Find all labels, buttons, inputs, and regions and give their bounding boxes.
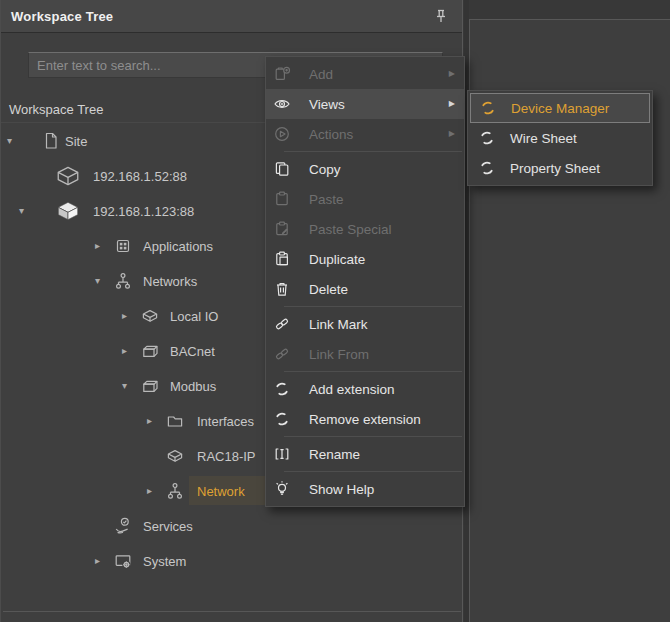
menu-item-label: Remove extension [309, 412, 421, 427]
tree-item-label: Modbus [170, 378, 216, 393]
protocol-folder-icon [140, 376, 160, 396]
panel-title: Workspace Tree [11, 9, 113, 24]
extension-spinner-icon [273, 410, 293, 428]
link-mark-icon [273, 315, 293, 333]
menu-item-label: Copy [309, 162, 341, 177]
expanded-arrow-icon[interactable]: ▾ [7, 136, 12, 146]
menu-item-copy[interactable]: Copy [266, 154, 464, 184]
menu-separator [284, 436, 462, 437]
paste-special-icon [273, 220, 293, 238]
menu-item-show-help[interactable]: Show Help [266, 474, 464, 504]
services-hand-check-icon [113, 516, 133, 536]
views-eye-icon [273, 95, 293, 113]
tree-item-label: 192.168.1.52:88 [93, 168, 187, 183]
actions-play-icon [273, 125, 293, 143]
menu-item-link-mark[interactable]: Link Mark [266, 309, 464, 339]
delete-trash-icon [273, 280, 293, 298]
menu-item-label: Link Mark [309, 317, 368, 332]
menu-item-link-from: Link From [266, 339, 464, 369]
tree-item-label: Networks [143, 273, 197, 288]
submenu-item-label: Wire Sheet [510, 131, 577, 146]
submenu-item-label: Device Manager [511, 101, 609, 116]
tree-item-label: RAC18-IP [197, 448, 256, 463]
menu-item-label: Paste Special [309, 222, 392, 237]
menu-item-add: Add▶ [266, 59, 464, 89]
menu-separator [284, 151, 462, 152]
submenu-arrow-icon: ▶ [449, 100, 455, 108]
expanded-arrow-icon[interactable]: ▾ [95, 276, 100, 286]
collapsed-arrow-icon[interactable]: ▸ [147, 486, 152, 496]
view-spinner-icon [478, 159, 498, 177]
menu-item-duplicate[interactable]: Duplicate [266, 244, 464, 274]
panel-titlebar: Workspace Tree [1, 0, 462, 33]
duplicate-icon [273, 250, 293, 268]
tree-item-label: Network [197, 483, 245, 498]
menu-item-views[interactable]: Views▶ [266, 89, 464, 119]
pin-icon[interactable] [433, 8, 449, 26]
menu-item-actions: Actions▶ [266, 119, 464, 149]
network-nodes-icon [165, 481, 185, 501]
show-help-bulb-icon [273, 480, 293, 498]
expanded-arrow-icon[interactable]: ▾ [122, 381, 127, 391]
collapsed-arrow-icon[interactable]: ▸ [122, 346, 127, 356]
menu-item-label: Views [309, 97, 345, 112]
menu-item-add-extension[interactable]: Add extension [266, 374, 464, 404]
view-spinner-icon [478, 129, 498, 147]
menu-item-label: Actions [309, 127, 353, 142]
collapsed-arrow-icon[interactable]: ▸ [95, 556, 100, 566]
extension-spinner-icon [273, 380, 293, 398]
add-item-icon [273, 65, 293, 83]
menu-item-delete[interactable]: Delete [266, 274, 464, 304]
submenu-item-device-manager[interactable]: Device Manager [470, 93, 650, 123]
system-window-gear-icon [113, 551, 133, 571]
folder-icon [165, 411, 185, 431]
tree-item-label: Applications [143, 238, 213, 253]
network-nodes-icon [113, 271, 133, 291]
protocol-folder-icon [140, 341, 160, 361]
site-document-icon [41, 131, 61, 151]
menu-separator [284, 306, 462, 307]
menu-item-rename[interactable]: Rename [266, 439, 464, 469]
tree-item-label: Site [65, 133, 87, 148]
menu-item-label: Duplicate [309, 252, 365, 267]
station-box-icon [55, 164, 81, 188]
copy-icon [273, 160, 293, 178]
collapsed-arrow-icon[interactable]: ▸ [95, 241, 100, 251]
menu-item-label: Rename [309, 447, 360, 462]
collapsed-arrow-icon[interactable]: ▸ [122, 311, 127, 321]
tree-item-services[interactable]: Services [1, 508, 461, 543]
menu-item-label: Link From [309, 347, 369, 362]
menu-item-label: Paste [309, 192, 344, 207]
menu-separator [284, 371, 462, 372]
tree-section-label: Workspace Tree [9, 102, 103, 117]
menu-item-label: Show Help [309, 482, 374, 497]
tree-item-label: Services [143, 518, 193, 533]
expanded-arrow-icon[interactable]: ▾ [19, 206, 24, 216]
menu-item-label: Delete [309, 282, 348, 297]
station-box-filled-icon [55, 199, 81, 223]
menu-item-paste: Paste [266, 184, 464, 214]
paste-icon [273, 190, 293, 208]
menu-item-paste-special: Paste Special [266, 214, 464, 244]
submenu-item-wire-sheet[interactable]: Wire Sheet [470, 123, 650, 153]
submenu-item-label: Property Sheet [510, 161, 600, 176]
submenu-arrow-icon: ▶ [449, 70, 455, 78]
view-spinner-icon [479, 99, 499, 117]
views-submenu: Device ManagerWire SheetProperty Sheet [467, 90, 653, 186]
tree-item-label: System [143, 553, 186, 568]
io-module-icon [140, 306, 160, 326]
applications-grid-icon [113, 236, 133, 256]
tree-item-label: BACnet [170, 343, 215, 358]
collapsed-arrow-icon[interactable]: ▸ [147, 416, 152, 426]
tree-item-system[interactable]: ▸System [1, 543, 461, 578]
panel-bottom-divider [3, 611, 461, 612]
menu-item-label: Add extension [309, 382, 395, 397]
tree-item-label: 192.168.1.123:88 [93, 203, 194, 218]
menu-separator [284, 471, 462, 472]
tree-item-label: Interfaces [197, 413, 254, 428]
submenu-item-property-sheet[interactable]: Property Sheet [470, 153, 650, 183]
menu-item-label: Add [309, 67, 333, 82]
menu-item-remove-extension[interactable]: Remove extension [266, 404, 464, 434]
tree-item-label: Local IO [170, 308, 218, 323]
submenu-arrow-icon: ▶ [449, 130, 455, 138]
